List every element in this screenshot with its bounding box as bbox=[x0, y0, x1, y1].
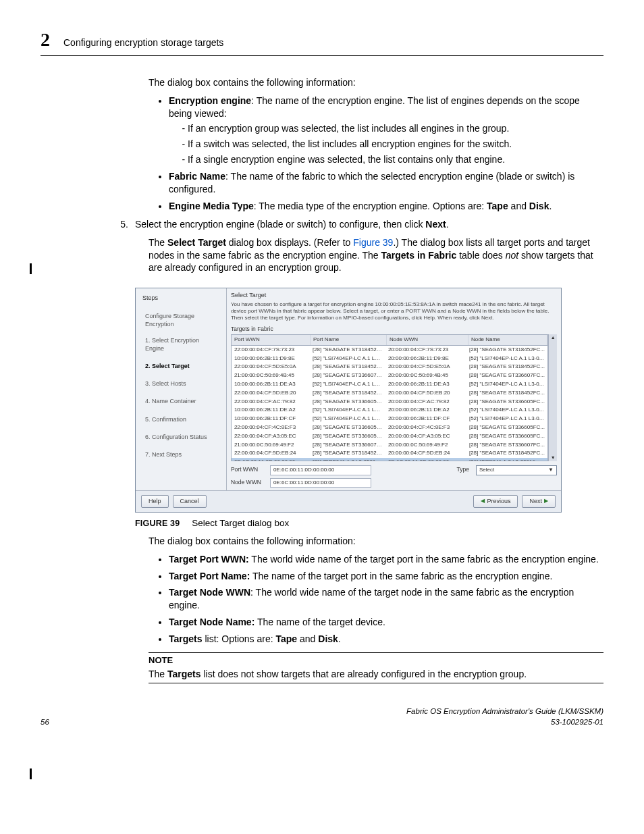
text: Select the encryption engine (blade or s… bbox=[135, 219, 425, 230]
col-node-name[interactable]: Node Name bbox=[468, 335, 547, 345]
table-label: Targets in Fabric bbox=[231, 325, 557, 333]
sub-bullet: If a single encryption engine was select… bbox=[188, 153, 603, 166]
wizard-step[interactable]: 5. Confirmation bbox=[136, 413, 226, 426]
text: : The media type of the encryption engin… bbox=[254, 201, 487, 211]
port-wwn-input[interactable]: 0E:6C:00:11:0D:00:00:00 bbox=[270, 465, 371, 475]
scrollbar[interactable]: ▲ ▼ bbox=[548, 334, 557, 461]
col-node-wwn[interactable]: Node WWN bbox=[387, 335, 468, 345]
figure-caption: FIGURE 39 Select Target dialog box bbox=[135, 517, 603, 529]
table-row[interactable]: 10:00:00:06:2B:11:DF:CF[52] "LSI7404EP-L… bbox=[232, 415, 547, 423]
scroll-up-icon[interactable]: ▲ bbox=[551, 334, 556, 340]
wizard-group-title: Configure Storage Encryption bbox=[136, 309, 226, 331]
table-row[interactable]: 21:00:00:0C:50:69:4B:45[28] "SEAGATE ST3… bbox=[232, 371, 547, 380]
sub-bullet: If an encryption group was selected, the… bbox=[188, 122, 603, 135]
steps-heading: Steps bbox=[136, 291, 226, 305]
chapter-number: 2 bbox=[41, 27, 50, 53]
wizard-step[interactable]: 7. Next Steps bbox=[136, 448, 226, 461]
port-wwn-label: Port WWN bbox=[231, 466, 266, 473]
node-wwn-input[interactable]: 0E:6C:00:11:0D:00:00:00 bbox=[270, 478, 371, 488]
panel-title: Select Target bbox=[231, 291, 557, 299]
figure-dialog: Steps Configure Storage Encryption 1. Se… bbox=[135, 288, 562, 512]
term: Fabric Name bbox=[169, 171, 225, 182]
table-row[interactable]: 22:00:00:04:CF:4C:8E:F3[28] "SEAGATE ST3… bbox=[232, 423, 547, 432]
wizard-step[interactable]: 6. Configuration Status bbox=[136, 430, 226, 444]
note-text: The Targets list does not show targets t… bbox=[149, 668, 603, 681]
bullet-list: Target Port WWN: The world wide name of … bbox=[149, 553, 603, 646]
help-button[interactable]: Help bbox=[141, 495, 169, 507]
table-row[interactable]: 22:00:00:04:CF:5D:EB:24[28] "SEAGATE ST3… bbox=[232, 449, 547, 458]
chevron-down-icon: ▼ bbox=[548, 467, 554, 474]
wizard-step[interactable]: 1. Select Encryption Engine bbox=[136, 334, 226, 355]
targets-table[interactable]: Port WWN Port Name Node WWN Node Name 22… bbox=[231, 334, 548, 461]
wizard-step[interactable]: 3. Select Hosts bbox=[136, 377, 226, 390]
change-bar bbox=[30, 263, 32, 274]
table-row[interactable]: 0E:6C:00:11:0D:00:00:00[26] "BRE041 A.2 … bbox=[232, 458, 547, 461]
paragraph: The dialog box contains the following in… bbox=[149, 535, 603, 548]
cancel-button[interactable]: Cancel bbox=[173, 495, 207, 507]
wizard-steps-pane: Steps Configure Storage Encryption 1. Se… bbox=[136, 288, 227, 490]
doc-title: Fabric OS Encryption Administrator's Gui… bbox=[406, 706, 603, 717]
table-row[interactable]: 21:00:00:0C:50:69:49:F2[28] "SEAGATE ST3… bbox=[232, 441, 547, 450]
option: Disk bbox=[529, 201, 549, 211]
col-port-name[interactable]: Port Name bbox=[311, 335, 387, 345]
page-number: 56 bbox=[41, 717, 49, 728]
table-row[interactable]: 10:00:00:06:2B:11:D9:8E[52] "LSI7404EP-L… bbox=[232, 355, 547, 363]
wizard-step-selected[interactable]: 2. Select Target bbox=[136, 359, 226, 373]
panel-description: You have chosen to configure a target fo… bbox=[231, 301, 557, 321]
next-button[interactable]: Next▶ bbox=[522, 495, 556, 507]
paragraph: The dialog box contains the following in… bbox=[149, 76, 603, 89]
wizard-step[interactable]: 4. Name Container bbox=[136, 394, 226, 408]
term: Engine Media Type bbox=[169, 201, 254, 211]
term: Encryption engine bbox=[169, 95, 251, 106]
doc-number: 53-1002925-01 bbox=[406, 717, 603, 728]
ui-ref: Next bbox=[425, 219, 446, 230]
table-row[interactable]: 22:00:00:04:CF:7S:73:23[28] "SEAGATE ST3… bbox=[232, 346, 547, 355]
triangle-right-icon: ▶ bbox=[544, 498, 548, 505]
option: Tape bbox=[487, 201, 508, 211]
text: : The name of the fabric to which the se… bbox=[169, 171, 574, 194]
page-footer: 56 Fabric OS Encryption Administrator's … bbox=[41, 706, 603, 727]
triangle-left-icon: ◀ bbox=[481, 498, 485, 505]
type-label: Type bbox=[457, 466, 472, 473]
paragraph: The Select Target dialog box displays. (… bbox=[149, 236, 603, 275]
dialog-button-bar: Help Cancel ◀Previous Next▶ bbox=[136, 490, 561, 511]
scroll-down-icon[interactable]: ▼ bbox=[551, 454, 556, 461]
table-header-row: Port WWN Port Name Node WWN Node Name bbox=[232, 335, 547, 346]
table-row[interactable]: 22:00:00:04:CF:AC:79:82[28] "SEAGATE ST3… bbox=[232, 398, 547, 407]
previous-button[interactable]: ◀Previous bbox=[473, 495, 518, 507]
table-row[interactable]: 10:00:00:06:2B:11:DE:A2[52] "LSI7404EP-L… bbox=[232, 406, 547, 415]
page-header: 2 Configuring encryption storage targets bbox=[41, 27, 603, 56]
step-number: 5. bbox=[116, 218, 128, 231]
figure-link[interactable]: Figure 39 bbox=[353, 237, 393, 248]
table-row[interactable]: 22:00:00:04:CF:5D:E5:0A[28] "SEAGATE ST3… bbox=[232, 363, 547, 371]
bullet-list: Encryption engine: The name of the encry… bbox=[149, 95, 603, 213]
wizard-content-pane: Select Target You have chosen to configu… bbox=[227, 288, 561, 490]
chapter-title: Configuring encryption storage targets bbox=[63, 36, 223, 49]
table-row[interactable]: 10:00:00:06:2B:11:DE:A3[52] "LSI7404EP-L… bbox=[232, 380, 547, 389]
col-port-wwn[interactable]: Port WWN bbox=[232, 335, 311, 345]
node-wwn-label: Node WWN bbox=[231, 479, 266, 486]
note-label: NOTE bbox=[149, 654, 603, 667]
sub-bullet: If a switch was selected, the list inclu… bbox=[188, 138, 603, 151]
table-row[interactable]: 22:00:00:04:CF:5D:EB:20[28] "SEAGATE ST3… bbox=[232, 389, 547, 398]
table-row[interactable]: 22:00:00:04:CF:A3:05:EC[28] "SEAGATE ST3… bbox=[232, 432, 547, 441]
type-select[interactable]: Select ▼ bbox=[476, 465, 557, 475]
